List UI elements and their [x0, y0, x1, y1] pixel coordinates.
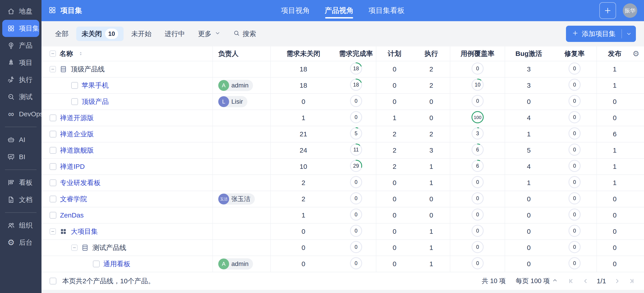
- chevron-up-icon: [552, 278, 558, 285]
- collapse-toggle[interactable]: [71, 245, 78, 251]
- table-row: 禅道旗舰版24 1123 65 01: [42, 142, 644, 159]
- product-link[interactable]: ZenDas: [60, 211, 84, 219]
- sidebar-item-home[interactable]: 地盘: [2, 3, 39, 20]
- product-line-name: 测试产品线: [92, 243, 126, 253]
- svg-text:0: 0: [354, 244, 358, 250]
- sidebar-item-doc[interactable]: 文档: [2, 191, 39, 208]
- collapse-toggle[interactable]: [50, 66, 56, 72]
- table-row: 专业研发看板2 001 01 01: [42, 175, 644, 191]
- page-title: 项目集: [60, 6, 82, 15]
- sidebar-item-rocket[interactable]: 项目: [2, 54, 39, 71]
- search-control[interactable]: 搜索: [233, 29, 256, 38]
- row-checkbox[interactable]: [93, 261, 100, 267]
- sidebar-item-infinity[interactable]: ∞DevOps: [2, 105, 39, 123]
- progress-ring: 11: [350, 143, 362, 158]
- product-link[interactable]: 禅道IPD: [60, 162, 85, 171]
- collapse-toggle[interactable]: [50, 228, 56, 235]
- sidebar-item-kanban[interactable]: 看板: [2, 174, 39, 191]
- column-header-plan[interactable]: 计划: [376, 46, 413, 61]
- column-header-story_open[interactable]: 需求未关闭: [270, 46, 336, 61]
- column-header-bug_active[interactable]: Bug激活: [505, 46, 552, 61]
- filter-tab[interactable]: 进行中: [159, 26, 190, 41]
- pager-prev-button[interactable]: [582, 278, 589, 285]
- owner-pill[interactable]: Aadmin: [218, 258, 253, 270]
- svg-text:0: 0: [573, 114, 576, 120]
- sidebar-item-bulb[interactable]: 产品: [2, 37, 39, 54]
- cell-owner: [212, 224, 270, 239]
- cell-fix_rate: 0: [552, 94, 596, 110]
- column-header-story_done[interactable]: 需求完成率: [336, 46, 376, 61]
- sidebar-item-magnifier[interactable]: 测试: [2, 88, 39, 105]
- top-tab-项目视角[interactable]: 项目视角: [281, 0, 310, 21]
- column-header-case_coverage[interactable]: 用例覆盖率: [450, 46, 505, 61]
- filter-tab[interactable]: 未开始: [126, 26, 157, 41]
- cell-bug_active: 3: [505, 61, 552, 77]
- product-link[interactable]: 苹果手机: [82, 81, 109, 90]
- product-link[interactable]: 顶级产品: [82, 97, 109, 106]
- magnifier-icon: [7, 93, 15, 101]
- svg-text:0: 0: [573, 82, 576, 88]
- cell-bug_active: 4: [505, 110, 552, 126]
- progress-ring: 0: [568, 127, 581, 141]
- sidebar-item-robot[interactable]: AI: [2, 131, 39, 148]
- filter-tab[interactable]: 全部: [50, 26, 74, 41]
- owner-pill[interactable]: LLisir: [218, 96, 247, 107]
- column-settings-gear-icon[interactable]: ⚙: [632, 50, 639, 57]
- cell-value: 3: [429, 146, 433, 154]
- projectset-link[interactable]: 大项目集: [71, 227, 98, 236]
- column-header-name[interactable]: 名称: [42, 46, 212, 61]
- pager-next-button[interactable]: [614, 278, 620, 285]
- sidebar-item-runner[interactable]: 执行: [2, 71, 39, 88]
- filter-tab[interactable]: 未关闭10: [76, 26, 124, 41]
- page-size-select[interactable]: 每页 100 项: [516, 277, 558, 286]
- product-link[interactable]: 禅道开源版: [60, 113, 94, 123]
- pager-last-button[interactable]: [628, 278, 635, 285]
- filter-tab[interactable]: 更多: [192, 26, 226, 41]
- column-header-execution[interactable]: 执行: [413, 46, 450, 61]
- bulb-icon: [7, 41, 15, 50]
- column-header-owner[interactable]: 负责人: [212, 46, 270, 61]
- row-checkbox[interactable]: [50, 163, 56, 170]
- top-tab-产品视角[interactable]: 产品视角: [325, 0, 354, 21]
- cell-owner: [212, 207, 270, 223]
- product-link[interactable]: 专业研发看板: [60, 178, 100, 188]
- product-link[interactable]: 禅道企业版: [60, 130, 94, 139]
- row-checkbox[interactable]: [50, 212, 56, 219]
- cell-gear-spacer: [632, 94, 644, 110]
- row-checkbox[interactable]: [71, 82, 78, 89]
- column-header-fix_rate[interactable]: 修复率: [552, 46, 596, 61]
- owner-avatar: A: [218, 80, 229, 91]
- top-tab-项目集看板[interactable]: 项目集看板: [368, 0, 404, 21]
- cell-value: 0: [392, 211, 396, 219]
- collapse-all-toggle[interactable]: [50, 50, 56, 57]
- sidebar-item-users[interactable]: 组织: [2, 217, 39, 234]
- pager-first-button[interactable]: [568, 278, 574, 285]
- owner-pill[interactable]: 玉洁张玉洁: [218, 193, 255, 205]
- row-checkbox[interactable]: [50, 196, 56, 202]
- sidebar-item-gear[interactable]: ⚙后台: [2, 234, 39, 251]
- sidebar-item-board[interactable]: BI: [2, 148, 39, 165]
- cell-fix_rate: 0: [552, 175, 596, 191]
- sidebar-item-grid[interactable]: 项目集: [2, 20, 39, 37]
- add-projectset-button[interactable]: 添加项目集: [566, 26, 622, 42]
- cell-bug_active: 4: [505, 159, 552, 174]
- row-checkbox[interactable]: [50, 147, 56, 154]
- row-checkbox[interactable]: [50, 179, 56, 186]
- plus-icon: [572, 30, 578, 38]
- column-header-release[interactable]: 发布: [596, 46, 632, 61]
- cell-plan: 0: [376, 240, 413, 256]
- add-projectset-caret[interactable]: [622, 26, 636, 42]
- cell-case_coverage: 0: [450, 94, 505, 110]
- row-checkbox[interactable]: [50, 114, 56, 121]
- row-checkbox[interactable]: [71, 98, 78, 105]
- product-link[interactable]: 文睿学院: [60, 195, 87, 204]
- product-link[interactable]: 通用看板: [103, 260, 130, 269]
- product-link[interactable]: 禅道旗舰版: [60, 146, 94, 155]
- svg-text:0: 0: [573, 163, 576, 169]
- sort-icon[interactable]: [78, 51, 84, 56]
- owner-pill[interactable]: Aadmin: [218, 80, 253, 91]
- user-avatar[interactable]: 振华: [623, 3, 637, 18]
- global-create-button[interactable]: [599, 2, 616, 19]
- footer-select-checkbox[interactable]: [50, 278, 56, 285]
- row-checkbox[interactable]: [50, 131, 56, 137]
